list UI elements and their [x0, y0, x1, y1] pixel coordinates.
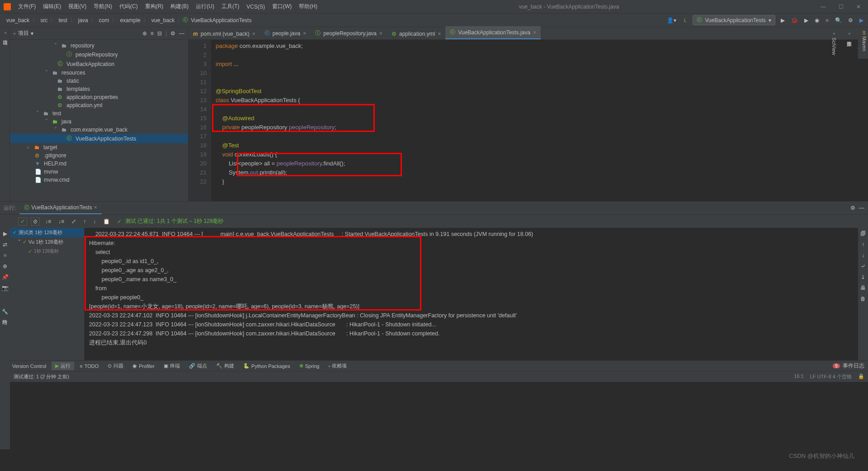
tree-file-selected[interactable]: ⓒVueBackApplicationTests — [10, 134, 188, 143]
breadcrumb[interactable]: example — [117, 17, 143, 24]
menu-vcs[interactable]: VCS(S) — [243, 4, 269, 10]
select-opened-icon[interactable]: ⊕ — [142, 30, 147, 37]
breadcrumb-current[interactable]: VueBackApplicationTests — [188, 17, 254, 24]
play-services-icon[interactable]: ▶ — [859, 16, 864, 24]
breadcrumb[interactable]: vue_back — [149, 17, 177, 24]
menu-build[interactable]: 构建(B) — [167, 3, 192, 10]
gear-icon[interactable]: ⚙ — [847, 16, 854, 24]
tree-folder[interactable]: ˅🖿test — [10, 109, 188, 118]
tree-file[interactable]: ⚙application.properties — [10, 93, 188, 101]
menu-edit[interactable]: 编辑(E) — [39, 3, 65, 10]
menu-view[interactable]: 视图(V) — [65, 3, 90, 10]
test-tree-leaf[interactable]: ✓1秒 128毫秒 — [10, 247, 84, 256]
scroll-icon[interactable]: ⤓ — [861, 274, 865, 280]
hide-icon[interactable]: — — [859, 205, 864, 211]
run-button[interactable]: ▶ — [780, 16, 786, 24]
down-icon[interactable]: ↓ — [862, 252, 864, 259]
editor-tab[interactable]: mpom.xml (vue_back)× — [189, 28, 260, 39]
run-config-dropdown[interactable]: ⓒVueBackApplicationTests▾ — [693, 15, 775, 25]
up-icon[interactable]: ↑ — [862, 241, 864, 248]
close-icon[interactable]: × — [94, 204, 97, 211]
project-tool-button[interactable]: ▫ 项目 — [3, 30, 8, 37]
breadcrumb[interactable]: test — [56, 17, 70, 24]
dropdown-icon[interactable]: ▾ — [31, 30, 33, 37]
test-tree-item[interactable]: ˅✓Vu 1秒 128毫秒 — [10, 237, 84, 247]
tree-file[interactable]: ⊘.gitignore — [10, 151, 188, 160]
maven-tool[interactable]: m Maven — [862, 31, 867, 55]
bottom-tab-terminal[interactable]: ▣终端 — [160, 362, 184, 370]
tree-folder[interactable]: 🖿templates — [10, 85, 188, 93]
bottom-tab-run[interactable]: ▶运行 — [52, 362, 74, 370]
status-position[interactable]: 16:1 — [794, 373, 803, 380]
tree-file[interactable]: ⒾpeopleRepository — [10, 50, 188, 59]
gear-icon[interactable]: ⚙ — [850, 205, 855, 211]
check-icon[interactable]: ✓ — [18, 217, 27, 226]
bottom-tab-build[interactable]: 🔨构建 — [212, 362, 238, 370]
close-icon[interactable]: × — [303, 30, 306, 37]
close-icon[interactable]: × — [252, 31, 255, 37]
status-encoding[interactable]: LF UTF-8 4 个空格 — [810, 373, 852, 380]
tree-file[interactable]: ⚙application.yml — [10, 101, 188, 109]
bottom-tab-spring[interactable]: ❀Spring — [296, 362, 323, 370]
bottom-tab-profiler[interactable]: ◉Profiler — [129, 362, 158, 370]
test-tree[interactable]: ✓测试类 1秒 128毫秒 ˅✓Vu 1秒 128毫秒 ✓1秒 128毫秒 — [10, 228, 85, 360]
collapse-icon[interactable]: ⊟ — [157, 30, 162, 37]
event-log[interactable]: 事件日志 — [843, 362, 864, 370]
tree-file[interactable]: ⓒVueBackApplication — [10, 59, 188, 69]
stop-icon[interactable]: ■ — [3, 252, 6, 259]
test-tree-root[interactable]: ✓测试类 1秒 128毫秒 — [10, 228, 84, 237]
tree-folder[interactable]: ˅🖿java — [10, 118, 188, 126]
search-icon[interactable]: 🔍 — [834, 16, 843, 24]
maximize-button[interactable]: ☐ — [835, 4, 847, 10]
project-tree[interactable]: ˅🖿repository ⒾpeopleRepository ⓒVueBackA… — [10, 40, 188, 201]
breadcrumb-root[interactable]: vue_back — [4, 17, 32, 24]
breadcrumb[interactable]: src — [38, 17, 50, 24]
editor-tab[interactable]: ⚙application.yml× — [387, 28, 445, 39]
toggle-icon[interactable]: ⇄ — [3, 241, 7, 248]
database-tool[interactable]: ▫ 数据库 — [846, 31, 853, 55]
tree-file[interactable]: ▼HELP.md — [10, 160, 188, 168]
filter-icon[interactable]: 🗐 — [860, 231, 866, 237]
sort-icon[interactable]: ⊕ — [3, 263, 7, 269]
status-lock2-icon[interactable]: 🔒 — [858, 373, 864, 380]
tree-folder[interactable]: ›🖿target — [10, 143, 188, 151]
tree-folder[interactable]: 🖿static — [10, 77, 188, 85]
bottom-tab-todo[interactable]: ≡TODO — [76, 363, 102, 370]
tree-file[interactable]: 📄mvnw.cmd — [10, 176, 188, 184]
sort2-icon[interactable]: ↓≡ — [57, 217, 66, 226]
trash-icon[interactable]: 🗑 — [860, 296, 866, 302]
stop-button[interactable]: ■ — [825, 16, 830, 24]
sciview-tool[interactable]: ▫ SciView — [831, 31, 837, 55]
menu-navigate[interactable]: 导航(N) — [90, 3, 116, 10]
expand-all-icon[interactable]: ≡ — [151, 30, 154, 37]
menu-refactor[interactable]: 重构(R) — [142, 3, 167, 10]
profile-button[interactable]: ◉ — [814, 16, 820, 24]
close-icon[interactable]: × — [379, 30, 382, 37]
close-icon[interactable]: × — [533, 29, 536, 36]
tree-file[interactable]: 📄mvnw — [10, 168, 188, 176]
tree-folder[interactable]: ˅🖿resources — [10, 69, 188, 77]
hide-icon[interactable]: — — [179, 30, 184, 37]
expand-icon[interactable]: ⤢ — [70, 217, 78, 226]
code-content[interactable]: package com.example.vue_back; import ...… — [211, 40, 868, 201]
breadcrumb[interactable]: com — [96, 17, 112, 24]
editor-tab[interactable]: ⒾpeopleRepository.java× — [311, 27, 387, 39]
bottom-tab-vcs[interactable]: ᛘVersion Control — [4, 363, 50, 370]
gear-icon[interactable]: ⚙ — [170, 30, 175, 37]
tree-folder[interactable]: ˅🖿repository — [10, 42, 188, 50]
minimize-button[interactable]: — — [817, 4, 830, 10]
sort-icon[interactable]: ↓≡ — [43, 217, 53, 226]
rerun-icon[interactable]: ▶ — [3, 231, 7, 237]
menu-run[interactable]: 运行(U) — [192, 3, 218, 10]
print-icon[interactable]: 🖶 — [860, 285, 866, 291]
coverage-button[interactable]: ▶ — [803, 16, 809, 24]
close-button[interactable]: ✕ — [853, 4, 864, 10]
run-tab[interactable]: ⓒVueBackApplicationTests× — [19, 202, 101, 214]
bottom-tab-endpoints[interactable]: 🔗端点 — [185, 362, 211, 370]
menu-code[interactable]: 代码(C) — [116, 3, 142, 10]
menu-help[interactable]: 帮助(H) — [295, 3, 321, 10]
debug-button[interactable]: 🐞 — [790, 16, 799, 24]
bottom-tab-problems[interactable]: ⊙问题 — [104, 362, 127, 370]
wrap-icon[interactable]: ⤶ — [861, 263, 865, 269]
close-icon[interactable]: × — [438, 31, 441, 37]
